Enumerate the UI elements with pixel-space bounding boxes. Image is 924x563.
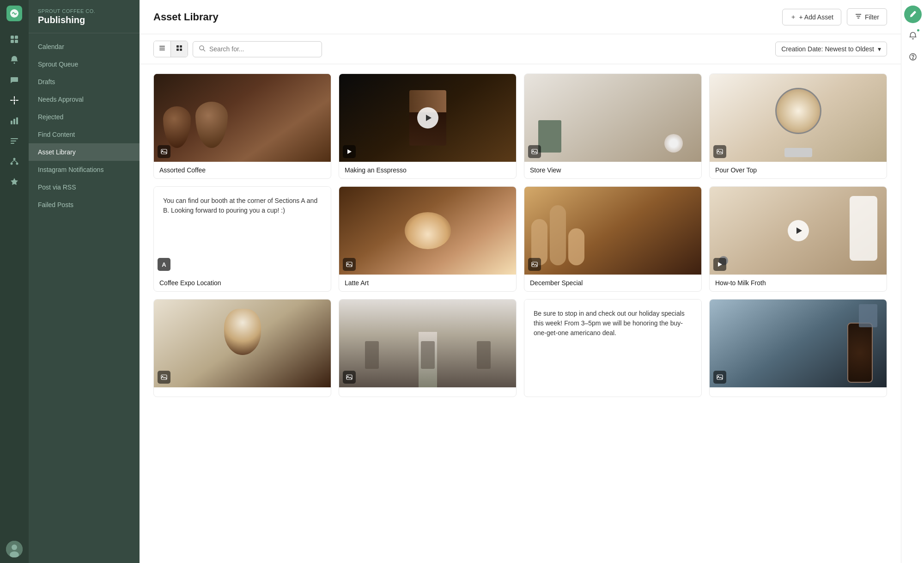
- grid-view-button[interactable]: [171, 41, 188, 57]
- asset-card-5[interactable]: You can find our booth at the corner of …: [153, 186, 331, 292]
- search-input[interactable]: [209, 45, 316, 53]
- svg-point-19: [12, 545, 17, 550]
- svg-rect-4: [15, 40, 18, 43]
- sidebar-item-sprout-queue[interactable]: Sprout Queue: [29, 55, 140, 73]
- svg-marker-46: [718, 262, 722, 267]
- nav-icon-listening[interactable]: [6, 132, 23, 150]
- sidebar-item-calendar[interactable]: Calendar: [29, 38, 140, 55]
- svg-rect-8: [13, 119, 15, 124]
- svg-rect-10: [11, 138, 18, 139]
- asset-card-7[interactable]: December Special: [524, 186, 702, 292]
- asset-thumbnail-5: You can find our booth at the corner of …: [154, 187, 331, 275]
- notifications-button[interactable]: [904, 27, 922, 44]
- svg-point-31: [200, 46, 204, 50]
- topbar-actions: ＋ + Add Asset Filter: [782, 8, 887, 25]
- svg-point-6: [13, 99, 15, 101]
- svg-point-54: [912, 58, 913, 59]
- asset-card-3[interactable]: Store View: [524, 73, 702, 179]
- asset-title-2: Making an Esspresso: [339, 162, 516, 178]
- svg-rect-9: [16, 117, 18, 124]
- asset-grid-area: Assorted Coffee Mak: [140, 64, 901, 563]
- svg-line-16: [12, 160, 14, 163]
- asset-card-4[interactable]: Pour Over Top: [709, 73, 887, 179]
- svg-point-13: [13, 158, 16, 160]
- svg-point-40: [718, 150, 719, 151]
- asset-title-1: Assorted Coffee: [154, 162, 331, 178]
- svg-rect-27: [176, 45, 179, 48]
- sort-dropdown[interactable]: Creation Date: Newest to Oldest ▾: [775, 42, 887, 56]
- asset-card-11[interactable]: Be sure to stop in and check out our hol…: [524, 299, 702, 397]
- svg-rect-26: [159, 49, 165, 50]
- asset-title-4: Pour Over Top: [710, 162, 887, 178]
- sidebar-item-rejected[interactable]: Rejected: [29, 108, 140, 126]
- asset-thumbnail-6: [339, 187, 516, 275]
- add-asset-label: + Add Asset: [799, 13, 833, 21]
- asset-grid: Assorted Coffee Mak: [153, 73, 887, 397]
- svg-rect-1: [11, 36, 14, 39]
- asset-thumbnail-3: [524, 74, 701, 162]
- sidebar-item-drafts[interactable]: Drafts: [29, 73, 140, 91]
- list-view-button[interactable]: [154, 41, 171, 57]
- nav-icon-publishing[interactable]: [6, 92, 23, 109]
- play-button-8: [788, 220, 809, 241]
- sidebar-item-asset-library[interactable]: Asset Library: [29, 143, 140, 161]
- nav-icon-dashboard[interactable]: [6, 31, 23, 48]
- help-button[interactable]: [904, 48, 922, 66]
- asset-type-icon-9: [158, 371, 170, 384]
- asset-card-9[interactable]: [153, 299, 331, 397]
- asset-card-12[interactable]: [709, 299, 887, 397]
- search-icon: [199, 45, 206, 54]
- icon-rail: [0, 0, 29, 563]
- svg-rect-12: [11, 143, 14, 144]
- grid-view-icon: [176, 44, 183, 54]
- sidebar-item-find-content[interactable]: Find Content: [29, 126, 140, 143]
- chevron-down-icon: ▾: [878, 45, 881, 53]
- svg-marker-35: [426, 115, 432, 121]
- svg-rect-2: [15, 36, 18, 39]
- asset-thumbnail-9: [154, 300, 331, 387]
- svg-line-32: [203, 49, 205, 51]
- svg-rect-29: [176, 49, 179, 51]
- asset-title-12: [710, 387, 887, 397]
- svg-point-50: [347, 376, 348, 377]
- sidebar-item-needs-approval[interactable]: Needs Approval: [29, 91, 140, 108]
- list-view-icon: [158, 44, 166, 54]
- svg-rect-25: [159, 48, 165, 49]
- sidebar-item-instagram-notifications[interactable]: Instagram Notifications: [29, 161, 140, 178]
- asset-type-icon-3: [528, 145, 541, 158]
- asset-type-icon-8: [713, 258, 726, 271]
- asset-thumbnail-7: [524, 187, 701, 275]
- sidebar-item-failed-posts[interactable]: Failed Posts: [29, 196, 140, 214]
- asset-type-icon-6: [343, 258, 356, 271]
- asset-type-icon-2: [343, 145, 356, 158]
- sidebar-item-post-via-rss[interactable]: Post via RSS: [29, 178, 140, 196]
- asset-card-10[interactable]: [339, 299, 517, 397]
- asset-title-8: How-to Milk Froth: [710, 275, 887, 291]
- nav-icon-automation[interactable]: [6, 153, 23, 170]
- asset-card-2[interactable]: Making an Esspresso: [339, 73, 517, 179]
- nav-icon-analytics[interactable]: [6, 112, 23, 129]
- asset-thumbnail-1: [154, 74, 331, 162]
- asset-card-6[interactable]: Latte Art: [339, 186, 517, 292]
- nav-icon-notifications[interactable]: [6, 51, 23, 68]
- add-asset-button[interactable]: ＋ + Add Asset: [782, 9, 841, 25]
- asset-card-8[interactable]: How-to Milk Froth: [709, 186, 887, 292]
- asset-type-icon-4: [713, 145, 726, 158]
- asset-thumbnail-10: [339, 300, 516, 387]
- search-box: [193, 41, 322, 57]
- asset-thumbnail-12: [710, 300, 887, 387]
- nav-icon-messages[interactable]: [6, 71, 23, 89]
- right-rail: [901, 0, 924, 563]
- toolbar: Creation Date: Newest to Oldest ▾: [140, 34, 901, 64]
- asset-title-6: Latte Art: [339, 275, 516, 291]
- svg-point-5: [14, 62, 15, 64]
- user-avatar[interactable]: [6, 541, 23, 557]
- app-logo[interactable]: [6, 6, 22, 21]
- filter-icon: [855, 12, 862, 21]
- nav-icon-reviews[interactable]: [6, 173, 23, 190]
- filter-button[interactable]: Filter: [847, 8, 887, 25]
- asset-title-10: [339, 387, 516, 397]
- compose-button[interactable]: [904, 6, 922, 23]
- asset-card-1[interactable]: Assorted Coffee: [153, 73, 331, 179]
- svg-rect-24: [159, 46, 165, 47]
